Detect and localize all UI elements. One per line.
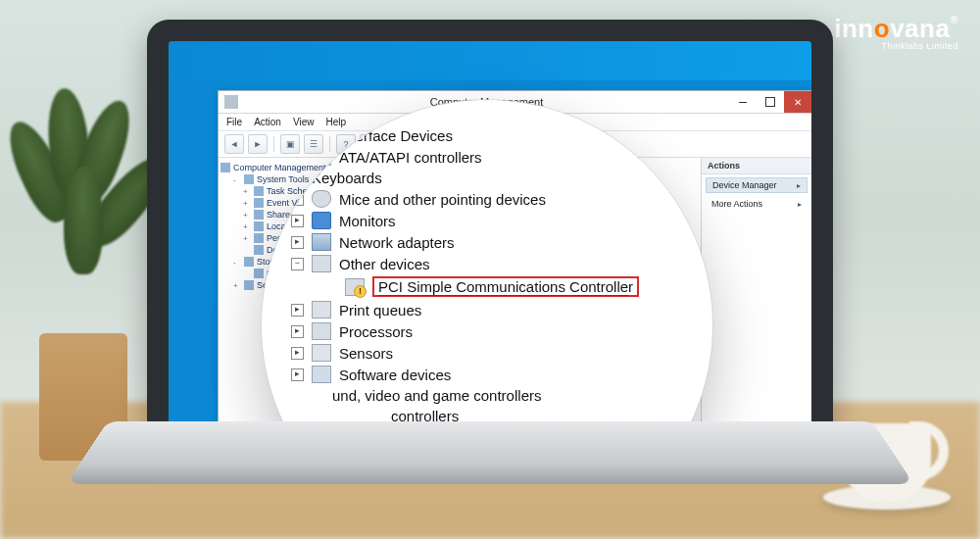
expand-icon[interactable]: ▸ [291,347,304,360]
category-label: Keyboards [312,170,382,186]
net-icon [312,233,331,251]
category-label: Network adapters [339,234,455,251]
menu-file[interactable]: File [226,117,242,127]
device-category[interactable]: ▸Sensors [291,342,693,364]
print-icon [312,301,331,318]
device-category[interactable]: ▸Print queues [291,299,693,320]
category-label: Mice and other pointing devices [339,191,546,208]
warn-icon [345,278,365,296]
menu-help[interactable]: Help [325,117,346,127]
minimize-button[interactable] [729,91,757,113]
category-label: und, video and game controllers [332,387,541,404]
device-pci-simple-comm[interactable]: PCI Simple Communications Controller [324,274,693,299]
brand-logo: innovana® Thinklabs Limited [834,14,958,51]
device-category[interactable]: ▸Keyboards [291,168,693,188]
actions-pane: Actions Device Manager More Actions [702,158,811,429]
toolbar-up-icon[interactable]: ▣ [280,134,300,154]
expand-icon[interactable]: ▸ [291,236,304,249]
laptop-keyboard [66,421,913,484]
toolbar-back-icon[interactable]: ◄ [224,134,244,154]
actions-header: Actions [702,158,811,174]
laptop: Computer Management File Action View Hel… [147,20,833,510]
other-icon [312,255,331,272]
toolbar-list-icon[interactable]: ☰ [304,134,323,154]
expand-icon[interactable]: ▸ [291,304,304,317]
category-label: Processors [339,323,413,340]
cpu-icon [312,322,331,340]
actions-more[interactable]: More Actions [702,196,811,212]
window-icon [224,95,238,109]
actions-selection[interactable]: Device Manager [706,177,808,193]
device-category[interactable]: ▸Mice and other pointing devices [291,188,693,210]
category-label: Sensors [339,345,393,362]
expand-icon[interactable]: ▸ [291,325,304,338]
sens-icon [312,344,331,362]
device-category[interactable]: ▸Network adapters [291,231,693,253]
category-label: Print queues [339,302,421,318]
plant-decor [10,88,157,461]
maximize-button[interactable] [757,91,784,113]
device-category[interactable]: ▸Software devices [291,364,693,385]
mouse-icon [312,190,331,208]
close-button[interactable] [784,91,811,113]
expand-icon[interactable]: ▸ [291,215,304,227]
soft-icon [312,366,331,383]
menu-view[interactable]: View [293,117,315,127]
mon-icon [312,212,331,229]
device-category[interactable]: −Other devices [291,253,693,274]
category-label: PCI Simple Communications Controller [372,276,639,297]
category-label: Other devices [339,256,430,272]
device-category[interactable]: ▸Processors [291,320,693,342]
category-label: ATA/ATAPI controllers [339,149,482,166]
device-category[interactable]: und, video and game controllers [291,385,693,406]
desktop-background [169,41,811,80]
collapse-icon[interactable]: − [291,258,304,270]
category-label: Software devices [339,367,451,383]
category-label: Monitors [339,213,396,229]
menu-action[interactable]: Action [254,117,281,127]
toolbar-forward-icon[interactable]: ► [248,134,268,154]
expand-icon[interactable]: ▸ [291,368,304,381]
device-category[interactable]: ▸Monitors [291,210,693,231]
